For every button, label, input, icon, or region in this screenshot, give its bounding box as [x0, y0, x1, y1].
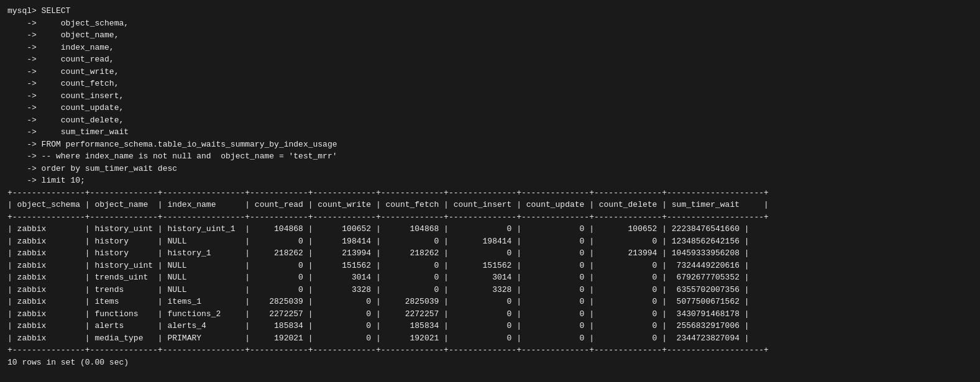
table-separator-header: +---------------+--------------+--------… [7, 212, 769, 222]
query-line-5: -> count_read, [7, 55, 114, 64]
prompt-3: -> [7, 30, 37, 40]
table-separator-top: +---------------+--------------+--------… [7, 188, 769, 198]
query-line-4: -> index_name, [7, 43, 114, 52]
query-line-14: -> order by sum_timer_wait desc [7, 164, 177, 173]
table-separator-bottom: +---------------+--------------+--------… [7, 345, 769, 355]
prompt-9: -> [7, 103, 37, 112]
table-row: | zabbix | trends | NULL | 0 | 3328 | 0 … [7, 285, 749, 294]
prompt-1: mysql> [7, 6, 37, 16]
table-row: | zabbix | trends_uint | NULL | 0 | 3014… [7, 273, 749, 282]
prompt-11: -> [7, 127, 37, 137]
prompt-14: -> [7, 164, 37, 173]
table-row: | zabbix | media_type | PRIMARY | 192021… [7, 334, 749, 343]
terminal: mysql> SELECT -> object_schema, -> objec… [7, 5, 973, 368]
query-line-7: -> count_fetch, [7, 79, 119, 88]
query-line-12: -> FROM performance_schema.table_io_wait… [7, 140, 337, 149]
query-line-9: -> count_update, [7, 103, 124, 112]
query-line-10: -> count_delete, [7, 116, 124, 125]
prompt-8: -> [7, 91, 37, 101]
query-line-11: -> sum_timer_wait [7, 127, 129, 137]
prompt-10: -> [7, 116, 37, 125]
prompt-5: -> [7, 55, 37, 64]
query-line-15: -> limit 10; [7, 176, 85, 185]
query-line-2: -> object_schema, [7, 19, 129, 28]
prompt-6: -> [7, 67, 37, 76]
table-row: | zabbix | history_uint | history_uint_1… [7, 224, 749, 234]
table-row: | zabbix | history | history_1 | 218262 … [7, 248, 749, 258]
prompt-12: -> [7, 140, 37, 149]
prompt-15: -> [7, 176, 37, 185]
result-info: 10 rows in set (0.00 sec) [7, 358, 129, 367]
table-row: | zabbix | items | items_1 | 2825039 | 0… [7, 297, 749, 306]
table-row: | zabbix | functions | functions_2 | 227… [7, 309, 749, 319]
table-header: | object_schema | object_name | index_na… [7, 200, 769, 209]
query-line-1: mysql> SELECT [7, 6, 70, 16]
prompt-7: -> [7, 79, 37, 88]
table-row: | zabbix | alerts | alerts_4 | 185834 | … [7, 321, 749, 330]
query-line-6: -> count_write, [7, 67, 119, 76]
prompt-4: -> [7, 43, 37, 52]
query-line-13: -> -- where index_name is not null and o… [7, 152, 337, 161]
query-line-3: -> object_name, [7, 30, 119, 40]
prompt-13: -> [7, 152, 37, 161]
table-row: | zabbix | history | NULL | 0 | 198414 |… [7, 237, 749, 246]
prompt-2: -> [7, 19, 37, 28]
query-line-8: -> count_insert, [7, 91, 124, 101]
table-row: | zabbix | history_uint | NULL | 0 | 151… [7, 261, 749, 270]
